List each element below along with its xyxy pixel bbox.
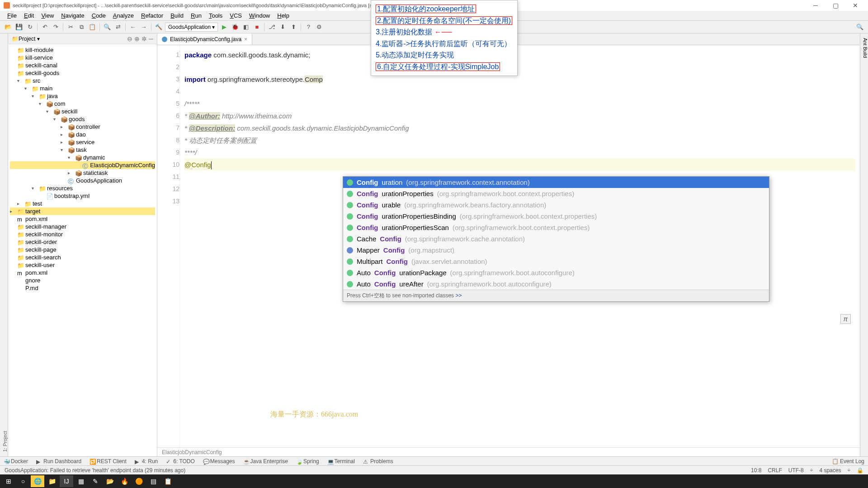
autocomplete-popup[interactable]: Configuration (org.springframework.conte… (343, 176, 769, 302)
tool-messages[interactable]: 💬Messages (203, 458, 235, 465)
menu-window[interactable]: Window (245, 12, 274, 19)
tree-node[interactable]: ▾📁resources (10, 184, 155, 192)
forward-icon[interactable]: → (139, 23, 148, 32)
close-tab-icon[interactable]: × (244, 36, 247, 42)
menu-view[interactable]: View (38, 12, 57, 19)
autocomplete-item[interactable]: ConfigurationProperties (org.springframe… (343, 188, 769, 199)
menu-build[interactable]: Build (167, 12, 187, 19)
menu-code[interactable]: Code (88, 12, 109, 19)
autocomplete-item[interactable]: AutoConfigureAfter (org.springframework.… (343, 278, 769, 290)
tree-node[interactable]: mpom.xml (10, 269, 155, 277)
minimize-button[interactable]: ─ (807, 1, 825, 10)
refresh-icon[interactable]: ↻ (25, 23, 34, 32)
settings-icon[interactable]: ⚙ (315, 23, 324, 32)
autocomplete-item[interactable]: MapperConfig (org.mapstruct) (343, 244, 769, 256)
app-icon[interactable]: ▤ (146, 475, 160, 487)
help-icon[interactable]: ? (304, 23, 313, 32)
project-tool-tab[interactable]: 1: Project (2, 38, 8, 452)
coverage-icon[interactable]: ◧ (241, 23, 250, 32)
tool-spring[interactable]: 🍃Spring (296, 458, 319, 465)
tree-node[interactable]: ▸📦controller (10, 123, 155, 131)
tree-node[interactable]: 📁seckill-monitor (10, 230, 155, 238)
tree-node[interactable]: 📁kill-service (10, 54, 155, 61)
copy-icon[interactable]: ⧉ (77, 23, 86, 32)
tree-node[interactable]: ▸📦service (10, 138, 155, 146)
run-icon[interactable]: ▶ (220, 23, 229, 32)
ant-tool-tab[interactable]: Ant Build (863, 38, 868, 58)
tree-node[interactable]: ▾📁java (10, 92, 155, 100)
save-icon[interactable]: 💾 (14, 23, 24, 32)
autocomplete-item[interactable]: ConfigurationPropertiesBinding (org.spri… (343, 211, 769, 222)
tool-rest-client[interactable]: 🔁REST Client (90, 458, 127, 465)
tool-terminal[interactable]: 💻Terminal (327, 458, 355, 465)
app-icon[interactable]: ▦ (74, 475, 88, 487)
tool-java-enterprise[interactable]: ☕Java Enterprise (243, 458, 288, 465)
line-sep[interactable]: CRLF (768, 467, 782, 474)
explorer-icon[interactable]: 📁 (45, 475, 59, 487)
paste-icon[interactable]: 📋 (88, 23, 97, 32)
app-icon[interactable]: 📂 (103, 475, 117, 487)
redo-icon[interactable]: ↷ (51, 23, 60, 32)
tree-node[interactable]: ▸📦dao (10, 131, 155, 138)
settings-icon[interactable]: ✲ (142, 35, 147, 42)
tool-problems[interactable]: ⚠Problems (363, 458, 393, 465)
tree-node[interactable]: ▸📦statictask (10, 169, 155, 177)
tree-node[interactable]: 📁seckill-canal (10, 61, 155, 69)
chrome-icon[interactable]: 🌐 (31, 475, 44, 487)
open-icon[interactable]: 📂 (4, 23, 13, 32)
vcs-icon2[interactable]: ⬇ (278, 23, 287, 32)
start-button[interactable]: ⊞ (2, 475, 15, 487)
undo-icon[interactable]: ↶ (40, 23, 49, 32)
menu-edit[interactable]: Edit (20, 12, 38, 19)
autocomplete-item[interactable]: ConfigurationPropertiesScan (org.springf… (343, 222, 769, 233)
app-icon[interactable]: 🔥 (118, 475, 131, 487)
collapse-icon[interactable]: ⊖ (127, 35, 132, 42)
tree-node[interactable]: ▸📁test (10, 200, 155, 207)
tree-node[interactable]: ⒸElasticjobDynamicConfig (10, 161, 155, 169)
app-icon[interactable]: 📋 (161, 475, 175, 487)
tool-6-todo[interactable]: ✓6: TODO (166, 458, 195, 465)
tree-node[interactable]: 📄bootstrap.yml (10, 192, 155, 200)
tree-node[interactable]: 📁seckill-search (10, 253, 155, 261)
debug-icon[interactable]: 🐞 (231, 23, 240, 32)
tree-node[interactable]: 📁seckill-order (10, 238, 155, 246)
encoding[interactable]: UTF-8 (788, 467, 804, 474)
maximize-button[interactable]: ▢ (826, 1, 844, 10)
autocomplete-item[interactable]: Configuration (org.springframework.conte… (343, 177, 769, 188)
tree-node[interactable]: ▾📦goods (10, 115, 155, 123)
build-icon[interactable]: 🔨 (154, 23, 163, 32)
menu-tools[interactable]: Tools (205, 12, 226, 19)
vcs-icon3[interactable]: ⬆ (289, 23, 298, 32)
tool-run-dashboard[interactable]: ▶Run Dashboard (36, 458, 81, 465)
indent[interactable]: 4 spaces (819, 467, 841, 474)
tree-node[interactable]: 📁seckill-page (10, 246, 155, 253)
tree-node[interactable]: P.md (10, 284, 155, 292)
tree-node[interactable]: ▾📦seckill (10, 108, 155, 115)
autocomplete-item[interactable]: MultipartConfig (javax.servlet.annotatio… (343, 256, 769, 267)
tree-node[interactable]: ▾📁src (10, 77, 155, 84)
menu-help[interactable]: Help (274, 12, 293, 19)
target-icon[interactable]: ⊕ (134, 35, 140, 42)
tree-node[interactable]: 📁seckill-goods (10, 69, 155, 77)
stop-icon[interactable]: ■ (252, 23, 261, 32)
app-icon[interactable]: ✎ (89, 475, 102, 487)
tree-node[interactable]: mpom.xml (10, 215, 155, 223)
breadcrumb[interactable]: ElasticjobDynamicConfig (162, 449, 222, 455)
autocomplete-item[interactable]: Configurable (org.springframework.beans.… (343, 199, 769, 211)
tree-node[interactable]: ▾📦task (10, 146, 155, 154)
menu-refactor[interactable]: Refactor (137, 12, 167, 19)
tree-node[interactable]: 📁kill-module (10, 46, 155, 54)
tree-node[interactable]: ▸📁target (10, 207, 155, 215)
menu-navigate[interactable]: Navigate (57, 12, 88, 19)
vcs-icon[interactable]: ⎇ (267, 23, 276, 32)
event-log[interactable]: 📋 Event Log (832, 458, 864, 465)
tree-node[interactable]: 📁seckill-manager (10, 223, 155, 230)
tree-node[interactable]: gnore (10, 277, 155, 284)
autocomplete-item[interactable]: CacheConfig (org.springframework.cache.a… (343, 233, 769, 244)
tree-node[interactable]: ▾📦dynamic (10, 154, 155, 161)
menu-analyze[interactable]: Analyze (109, 12, 137, 19)
tree-node[interactable]: ▾📦com (10, 100, 155, 108)
tool-docker[interactable]: 🐳Docker (4, 458, 28, 465)
back-icon[interactable]: ← (128, 23, 137, 32)
tree-node[interactable]: ⒸGoodsApplication (10, 177, 155, 184)
